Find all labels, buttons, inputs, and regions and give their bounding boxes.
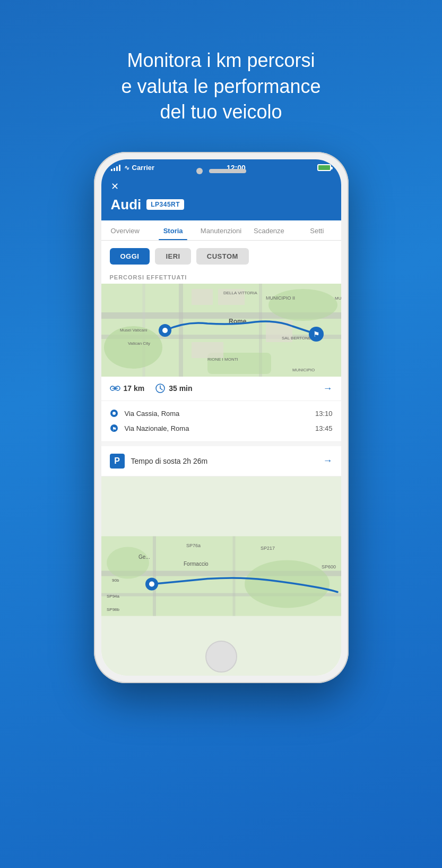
end-location: Via Nazionale, Roma [125, 424, 310, 432]
duration-value: 35 min [169, 384, 192, 393]
svg-text:Vatican City: Vatican City [128, 341, 150, 346]
end-time: 13:45 [315, 424, 333, 432]
distance-stat: 17 km [110, 383, 145, 394]
tab-settings[interactable]: Setti [293, 220, 341, 240]
tab-scadenze[interactable]: Scadenze [245, 220, 293, 240]
svg-text:SP217: SP217 [261, 545, 275, 550]
start-pin-icon [110, 409, 119, 419]
parking-text: Tempo di sosta 2h 26m [131, 457, 323, 465]
trip-end: ⚑ Via Nazionale, Roma 13:45 [110, 421, 333, 436]
start-time: 13:10 [315, 410, 333, 418]
svg-point-42 [245, 560, 330, 608]
close-button[interactable]: ✕ [111, 181, 332, 192]
content-area: OGGI IERI CUSTOM PERCORSI EFFETTUATI [101, 241, 341, 676]
svg-point-6 [104, 326, 162, 369]
signal-bar-2 [114, 168, 115, 171]
filter-oggi[interactable]: OGGI [110, 248, 150, 265]
svg-text:DELLA VITTORIA: DELLA VITTORIA [223, 291, 258, 295]
phone-top-decorations [196, 168, 246, 174]
svg-text:RIONE I MONTI: RIONE I MONTI [207, 357, 238, 362]
svg-text:MUNICIPIO: MUNICIPIO [335, 296, 341, 301]
end-flag-icon: ⚑ [110, 424, 119, 433]
distance-icon [110, 383, 120, 394]
section-label: PERCORSI EFFETTUATI [101, 270, 341, 284]
start-location: Via Cassia, Roma [125, 410, 310, 418]
trip-arrow[interactable]: → [323, 383, 333, 394]
signal-bar-4 [119, 165, 120, 171]
parking-arrow: → [323, 455, 333, 466]
svg-rect-11 [192, 342, 223, 358]
svg-point-53 [149, 581, 154, 586]
phone-screen: ∿ Carrier 12:00 ✕ Audi LP345RT Overview … [101, 159, 341, 676]
svg-text:⚑: ⚑ [112, 426, 117, 432]
map-svg-1: Rome MUNICIPIO II MUNICIPIO DELLA VITTOR… [101, 284, 341, 377]
duration-stat: 35 min [155, 383, 192, 394]
phone-speaker [209, 169, 246, 173]
status-bar-right [317, 164, 331, 171]
tab-storia[interactable]: Storia [149, 220, 197, 240]
svg-text:SP600: SP600 [322, 564, 336, 569]
svg-text:Ge...: Ge... [138, 554, 150, 559]
tab-bar: Overview Storia Manutenzioni Scadenze Se… [101, 220, 341, 241]
svg-text:SP98b: SP98b [107, 607, 120, 611]
svg-point-43 [107, 547, 149, 578]
svg-text:Formaccio: Formaccio [184, 560, 209, 566]
phone-shell: ∿ Carrier 12:00 ✕ Audi LP345RT Overview … [94, 152, 349, 683]
phone-camera [196, 168, 203, 174]
battery-icon [317, 164, 331, 171]
headline: Monitora i km percorsi e valuta le perfo… [89, 48, 352, 125]
wifi-icon: ∿ [124, 164, 129, 172]
filter-custom[interactable]: CUSTOM [196, 248, 249, 265]
svg-text:SP76a: SP76a [186, 542, 201, 548]
headline-line1: Monitora i km percorsi [127, 49, 315, 71]
svg-point-34 [112, 412, 116, 415]
plate-badge: LP345RT [146, 199, 184, 210]
svg-text:⚑: ⚑ [313, 330, 320, 338]
svg-text:90b: 90b [112, 577, 119, 582]
filter-ieri[interactable]: IERI [155, 248, 190, 265]
app-header: ✕ Audi LP345RT [101, 175, 341, 220]
headline-line2: e valuta le performance [121, 75, 320, 97]
car-name: Audi [111, 197, 142, 213]
tab-overview[interactable]: Overview [101, 220, 149, 240]
svg-point-23 [162, 328, 168, 333]
svg-text:Musei Vaticani: Musei Vaticani [120, 328, 148, 333]
status-bar-left: ∿ Carrier [111, 164, 155, 172]
trip-card-1: 17 km 35 min → [101, 377, 341, 442]
svg-text:MUNICIPIO II: MUNICIPIO II [266, 295, 295, 301]
trip-stats[interactable]: 17 km 35 min → [101, 377, 341, 401]
headline-line3: del tuo veicolo [160, 101, 282, 123]
signal-bar-3 [116, 166, 118, 171]
svg-text:SP94a: SP94a [107, 593, 120, 598]
signal-bars [111, 165, 120, 171]
signal-bar-1 [111, 169, 112, 171]
car-title: Audi LP345RT [111, 197, 332, 213]
distance-value: 17 km [124, 384, 145, 393]
parking-card[interactable]: P Tempo di sosta 2h 26m → [101, 446, 341, 476]
svg-point-7 [268, 289, 337, 321]
svg-rect-9 [192, 289, 213, 305]
phone-home-button[interactable] [205, 641, 237, 673]
svg-line-32 [160, 388, 162, 390]
trip-start: Via Cassia, Roma 13:10 [110, 406, 333, 421]
parking-icon: P [110, 454, 125, 469]
duration-icon [155, 383, 166, 394]
filter-row: OGGI IERI CUSTOM [101, 241, 341, 270]
tab-manutenzioni[interactable]: Manutenzioni [197, 220, 245, 240]
svg-text:MUNICIPIO: MUNICIPIO [292, 368, 315, 372]
carrier-label: Carrier [132, 164, 155, 172]
svg-text:SAL BERTONE: SAL BERTONE [282, 336, 311, 341]
trip-points: Via Cassia, Roma 13:10 ⚑ Via Nazionale, … [101, 401, 341, 441]
map-route-1: Rome MUNICIPIO II MUNICIPIO DELLA VITTOR… [101, 284, 341, 377]
